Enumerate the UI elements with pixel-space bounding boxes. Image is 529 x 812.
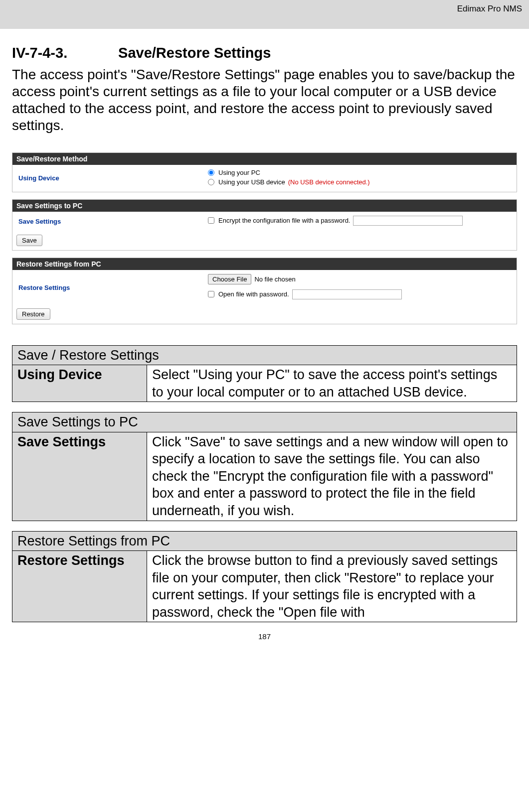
radio-using-usb-label: Using your USB device [218,178,285,186]
page-number: 187 [0,632,529,641]
t2-row-label: Save Settings [12,432,147,521]
save-settings-label: Save Settings [18,218,208,225]
save-button[interactable]: Save [16,235,42,246]
open-password-input[interactable] [292,289,402,299]
intro-paragraph: The access point's "Save/Restore Setting… [12,66,517,135]
open-with-password-checkbox[interactable] [208,291,214,297]
panel-save-restore-method: Save/Restore Method Using Device Using y… [12,152,517,192]
t3-row-desc: Click the browse button to find a previo… [147,551,517,622]
table-restore-settings-from-pc: Restore Settings from PC Restore Setting… [12,531,517,623]
restore-settings-label: Restore Settings [18,284,208,291]
panel-restore-from-pc: Restore Settings from PC Restore Setting… [12,258,517,324]
panel-save-to-pc: Save Settings to PC Save Settings Encryp… [12,199,517,251]
method-label: Using Device [18,174,208,182]
t1-row-label: Using Device [12,365,147,402]
t2-caption: Save Settings to PC [12,412,517,432]
file-chosen-status: No file chosen [254,275,295,283]
section-number: IV-7-4-3. [12,45,114,61]
panel-header-restore-from-pc: Restore Settings from PC [12,258,517,270]
panel-header-method: Save/Restore Method [12,153,517,165]
radio-using-usb[interactable] [208,179,214,185]
t3-row-label: Restore Settings [12,551,147,622]
page-header-bar: Edimax Pro NMS [0,0,529,29]
encrypt-checkbox[interactable] [208,217,214,224]
section-heading: IV-7-4-3. Save/Restore Settings [12,45,517,61]
usb-note: (No USB device connected.) [288,178,370,186]
encrypt-label: Encrypt the configuration file with a pa… [218,217,350,224]
t2-row-desc: Click "Save" to save settings and a new … [147,432,517,521]
restore-button[interactable]: Restore [16,308,50,320]
open-with-password-label: Open file with password. [218,290,289,298]
section-title: Save/Restore Settings [118,45,271,61]
choose-file-button[interactable]: Choose File [208,274,251,284]
t1-row-desc: Select "Using your PC" to save the acces… [147,365,517,402]
panel-header-save-to-pc: Save Settings to PC [12,200,517,212]
table-save-settings-to-pc: Save Settings to PC Save Settings Click … [12,412,517,521]
table-save-restore-settings: Save / Restore Settings Using Device Sel… [12,345,517,403]
radio-using-pc-label: Using your PC [218,169,260,176]
brand-text: Edimax Pro NMS [457,4,522,14]
t3-caption: Restore Settings from PC [12,531,517,551]
encrypt-password-input[interactable] [353,216,463,226]
radio-using-pc[interactable] [208,169,214,176]
t1-caption: Save / Restore Settings [12,345,517,365]
